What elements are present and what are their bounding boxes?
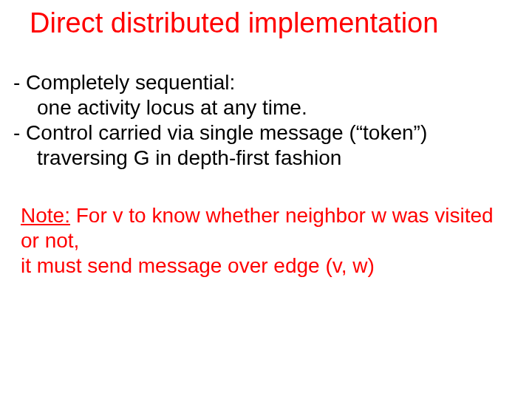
bullet-2-line-2: traversing G in depth-first fashion [13, 146, 510, 171]
bullet-2-line-1: - Control carried via single message (“t… [13, 120, 510, 146]
note-line-1: Note: For v to know whether neighbor w w… [21, 203, 502, 253]
note-line-1-rest: For v to know whether neighbor w was vis… [21, 204, 494, 252]
note-label: Note: [21, 204, 70, 227]
slide-title: Direct distributed implementation [30, 7, 517, 40]
note-line-2: it must send message over edge (v, w) [21, 253, 502, 279]
slide: Direct distributed implementation - Comp… [0, 0, 532, 399]
bullet-1-line-2: one activity locus at any time. [13, 95, 510, 120]
body-block-1: - Completely sequential: one activity lo… [13, 70, 510, 171]
bullet-1-line-1: - Completely sequential: [13, 70, 510, 95]
note-block: Note: For v to know whether neighbor w w… [21, 203, 502, 279]
